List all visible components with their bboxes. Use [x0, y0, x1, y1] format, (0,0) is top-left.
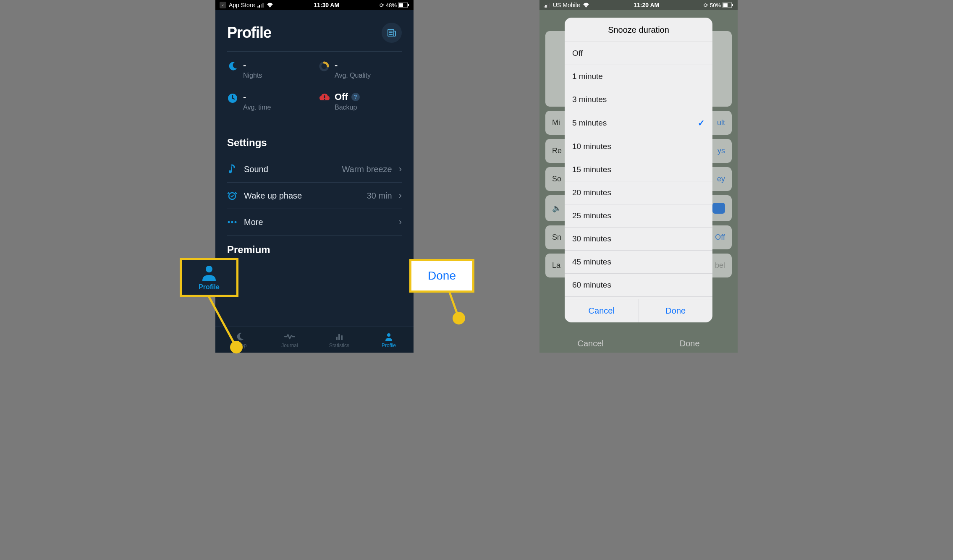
cloud-alert-icon	[319, 93, 330, 104]
svg-rect-30	[732, 4, 733, 6]
svg-point-18	[231, 221, 233, 223]
battery-icon	[723, 3, 733, 8]
svg-rect-2	[261, 4, 262, 8]
dialog-list[interactable]: Off1 minute3 minutes5 minutes✓10 minutes…	[565, 42, 712, 299]
highlight-dot	[453, 312, 465, 324]
svg-rect-8	[394, 31, 395, 36]
premium-section-title: Premium	[227, 244, 402, 256]
lock-rotate-icon: ⟳	[380, 2, 384, 8]
checkmark-icon: ✓	[698, 118, 705, 128]
snooze-option-label: Off	[572, 49, 583, 58]
snooze-option-label: 3 minutes	[572, 95, 607, 104]
snooze-option[interactable]: 3 minutes	[565, 88, 712, 111]
chevron-right-icon: ›	[399, 217, 402, 228]
status-time: 11:20 AM	[589, 2, 704, 8]
snooze-option[interactable]: Off	[565, 42, 712, 65]
stat-avg-time-value: -	[243, 92, 271, 102]
setting-wakeup-value: 30 min	[367, 191, 392, 201]
svg-rect-14	[324, 95, 325, 98]
callout-profile-tab: Profile	[180, 258, 238, 297]
snooze-option-label: 1 minute	[572, 72, 603, 81]
status-bar: ‹ App Store 11:30 AM ⟳ 48%	[215, 0, 414, 10]
news-button[interactable]	[382, 23, 402, 43]
bg-done: Done	[680, 339, 700, 348]
snooze-option[interactable]: 25 minutes	[565, 204, 712, 228]
tab-profile[interactable]: Profile	[364, 327, 414, 353]
phone-profile-screen: ‹ App Store 11:30 AM ⟳ 48% Profile	[215, 0, 414, 353]
svg-point-17	[228, 221, 230, 223]
callout-done-button: Done	[409, 259, 474, 293]
snooze-option[interactable]: 1 minute	[565, 65, 712, 88]
stat-avg-quality-value: -	[335, 60, 371, 70]
svg-rect-3	[262, 3, 264, 8]
snooze-option[interactable]: 5 minutes✓	[565, 111, 712, 135]
done-button[interactable]: Done	[639, 299, 713, 322]
battery-icon	[398, 3, 409, 8]
svg-rect-27	[549, 3, 550, 8]
signal-icon	[544, 3, 550, 8]
setting-wake-up-phase[interactable]: Wake up phase 30 min ›	[227, 183, 402, 209]
snooze-option[interactable]: 30 minutes	[565, 228, 712, 251]
setting-more[interactable]: More ›	[227, 209, 402, 236]
help-icon[interactable]: ?	[351, 93, 360, 101]
snooze-option-label: 30 minutes	[572, 234, 611, 243]
signal-icon	[257, 3, 264, 8]
snooze-option[interactable]: 15 minutes	[565, 158, 712, 181]
snooze-option[interactable]: 10 minutes	[565, 135, 712, 158]
background-actions: Cancel Done	[539, 339, 738, 348]
stat-nights-label: Nights	[243, 72, 262, 79]
speaker-icon: 🔈	[552, 204, 561, 213]
chevron-right-icon: ›	[399, 190, 402, 201]
svg-point-15	[324, 99, 325, 100]
svg-rect-1	[259, 5, 260, 8]
svg-point-19	[235, 221, 237, 223]
status-carrier: US Mobile	[553, 2, 580, 8]
stat-backup[interactable]: Off ? Backup	[319, 92, 402, 111]
newspaper-icon	[387, 28, 397, 38]
snooze-option[interactable]: 45 minutes	[565, 251, 712, 274]
stat-backup-value: Off	[335, 92, 348, 102]
stat-nights: - Nights	[227, 60, 310, 79]
cancel-button[interactable]: Cancel	[565, 299, 639, 322]
snooze-option-label: 5 minutes	[572, 118, 607, 128]
snooze-option-label: 60 minutes	[572, 280, 611, 290]
tab-journal-label: Journal	[281, 343, 298, 348]
svg-rect-20	[336, 337, 338, 340]
phone-snooze-dialog-screen: US Mobile 11:20 AM ⟳ 50% Miult Reys Soey…	[539, 0, 738, 353]
svg-rect-5	[399, 3, 403, 7]
snooze-option-label: 20 minutes	[572, 188, 611, 197]
bg-cancel: Cancel	[577, 339, 603, 348]
svg-rect-25	[545, 5, 547, 8]
svg-rect-6	[408, 4, 409, 6]
stat-nights-value: -	[243, 60, 262, 70]
svg-point-31	[206, 266, 212, 272]
tab-journal[interactable]: Journal	[265, 327, 314, 353]
setting-sound[interactable]: Sound Warm breeze ›	[227, 156, 402, 183]
clock-icon	[227, 93, 238, 104]
snooze-option-label: 10 minutes	[572, 142, 611, 151]
svg-line-32	[208, 295, 235, 345]
tab-statistics[interactable]: Statistics	[314, 327, 364, 353]
chevron-right-icon: ›	[399, 164, 402, 175]
status-battery: 50%	[710, 2, 721, 8]
stat-avg-quality-label: Avg. Quality	[335, 72, 371, 79]
wave-icon	[284, 332, 295, 342]
music-note-icon	[227, 164, 237, 174]
tab-profile-label: Profile	[382, 343, 396, 348]
ellipsis-icon	[227, 221, 237, 223]
svg-rect-0	[257, 6, 259, 8]
snooze-option-label: 45 minutes	[572, 257, 611, 267]
snooze-option[interactable]: 60 minutes	[565, 274, 712, 297]
wifi-icon	[583, 3, 589, 8]
highlight-dot	[230, 341, 243, 353]
svg-rect-24	[544, 6, 545, 8]
lock-rotate-icon: ⟳	[704, 2, 708, 8]
stat-avg-time: - Avg. time	[227, 92, 310, 111]
snooze-option[interactable]: 20 minutes	[565, 181, 712, 204]
setting-sound-label: Sound	[244, 165, 335, 174]
moon-icon	[227, 61, 238, 72]
back-icon[interactable]: ‹	[220, 2, 226, 8]
vibrate-icon	[712, 203, 725, 214]
status-back-label[interactable]: App Store	[229, 2, 255, 8]
status-time: 11:30 AM	[273, 2, 380, 8]
